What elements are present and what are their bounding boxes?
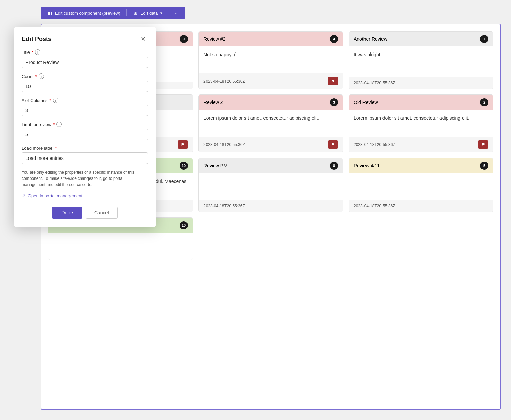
card-badge: 5 (480, 162, 488, 170)
card-badge: 3 (330, 98, 338, 106)
columns-field-group: # of Columns * i (22, 98, 148, 116)
card-timestamp: 2023-04-18T20:55:36Z (203, 204, 245, 208)
count-input[interactable] (22, 81, 148, 92)
modal-title: Edit Posts (22, 36, 52, 43)
external-link-icon: ↗ (22, 193, 26, 198)
edit-posts-modal: Edit Posts ✕ Title * i Count * i # of Co… (14, 27, 156, 227)
card-title: Review #2 (203, 36, 225, 42)
columns-label: # of Columns * i (22, 98, 148, 103)
count-field-group: Count * i (22, 74, 148, 92)
card-body: Not so happy :( (199, 46, 343, 74)
card-footer: 2023-04-18T20:55:36Z (349, 77, 493, 89)
card-badge: 10 (180, 221, 188, 229)
card-badge: 10 (180, 162, 188, 170)
card-timestamp: 2023-04-18T20:55:36Z (203, 142, 245, 147)
load-more-required: * (55, 146, 57, 151)
component-icon: ▮▮ (47, 10, 53, 16)
data-icon: ⊞ (133, 10, 138, 16)
card-body: Lorem ipsum dolor sit amet, consectetur … (349, 110, 493, 137)
cancel-button[interactable]: Cancel (86, 207, 118, 219)
card-body (199, 173, 343, 200)
count-info-icon: i (39, 74, 44, 79)
title-field-group: Title * i (22, 49, 148, 68)
toolbar-divider-2 (169, 9, 169, 16)
card-footer: 2023-04-18T20:55:36Z (199, 200, 343, 212)
more-button[interactable]: ··· (172, 9, 182, 17)
review-card: Review PM 8 2023-04-18T20:55:36Z (198, 158, 343, 212)
card-badge: 9 (180, 35, 188, 43)
card-timestamp: 2023-04-18T20:55:36Z (354, 81, 395, 85)
count-label: Count * i (22, 74, 148, 79)
card-header: Review PM 8 (199, 158, 343, 173)
card-title: Review PM (203, 163, 228, 168)
edit-component-button[interactable]: ▮▮ Edit custom component (preview) (44, 9, 124, 17)
limit-field-group: Limit for review * i (22, 122, 148, 140)
card-title: Old Review (354, 100, 378, 105)
columns-info-icon: i (53, 98, 58, 103)
load-more-field-group: Load more label * (22, 146, 148, 164)
done-button[interactable]: Done (52, 207, 82, 219)
load-more-label: Load more label * (22, 146, 148, 151)
toolbar: ▮▮ Edit custom component (preview) ⊞ Edi… (41, 7, 185, 19)
title-info-icon: i (35, 49, 40, 55)
card-header: Review #2 4 (199, 31, 343, 46)
card-badge: 2 (480, 98, 488, 106)
limit-info-icon: i (56, 122, 62, 127)
title-input[interactable] (22, 57, 148, 68)
limit-required: * (53, 122, 55, 127)
count-required: * (35, 74, 37, 79)
card-timestamp: 2023-04-18T20:55:36Z (203, 79, 245, 84)
modal-header: Edit Posts ✕ (22, 35, 148, 43)
card-title: Another Review (354, 36, 387, 42)
toolbar-divider (126, 9, 127, 16)
card-badge: 8 (330, 162, 338, 170)
card-title: Review Z (203, 100, 223, 105)
card-title: Review 4/11 (354, 163, 380, 168)
columns-input[interactable] (22, 105, 148, 116)
card-body: It was alright. (349, 46, 493, 77)
card-footer: 2023-04-18T20:55:36Z ⚑ (349, 137, 493, 152)
load-more-input[interactable] (22, 152, 148, 164)
title-required: * (32, 50, 33, 55)
card-timestamp: 2023-04-18T20:55:36Z (354, 142, 395, 147)
chevron-down-icon: ▾ (160, 11, 162, 15)
card-footer: 2023-04-18T20:55:36Z ⚑ (199, 74, 343, 89)
card-body (48, 233, 193, 260)
flag-button[interactable]: ⚑ (328, 140, 338, 149)
card-header: Review Z 3 (199, 95, 343, 110)
close-button[interactable]: ✕ (139, 35, 148, 43)
flag-button[interactable]: ⚑ (178, 140, 188, 149)
edit-data-button[interactable]: ⊞ Edit data ▾ (130, 9, 166, 17)
portal-link[interactable]: ↗ Open in portal management (22, 193, 148, 198)
card-footer: 2023-04-18T20:55:36Z (349, 200, 493, 212)
card-header: Review 4/11 5 (349, 158, 493, 173)
card-header: Another Review 7 (349, 31, 493, 46)
modal-footer: Done Cancel (22, 207, 148, 219)
review-card: Review #2 4 Not so happy :( 2023-04-18T2… (198, 31, 343, 89)
card-badge: 7 (480, 35, 488, 43)
flag-button[interactable]: ⚑ (328, 77, 338, 85)
card-footer: 2023-04-18T20:55:36Z ⚑ (199, 137, 343, 152)
review-card: Another Review 7 It was alright. 2023-04… (349, 31, 493, 89)
card-body: Lorem ipsum dolor sit amet, consectetur … (199, 110, 343, 137)
card-badge: 4 (330, 35, 338, 43)
helper-text: You are only editing the properties of a… (22, 169, 148, 188)
flag-button[interactable]: ⚑ (478, 140, 488, 149)
title-label: Title * i (22, 49, 148, 55)
card-timestamp: 2023-04-18T20:55:36Z (354, 204, 395, 208)
review-card: Review 4/11 5 2023-04-18T20:55:36Z (349, 158, 493, 212)
limit-label: Limit for review * i (22, 122, 148, 127)
card-body (349, 173, 493, 200)
review-card: Old Review 2 Lorem ipsum dolor sit amet,… (349, 94, 493, 152)
limit-input[interactable] (22, 129, 148, 140)
columns-required: * (50, 98, 51, 103)
review-card: Review Z 3 Lorem ipsum dolor sit amet, c… (198, 94, 343, 152)
card-header: Old Review 2 (349, 95, 493, 110)
